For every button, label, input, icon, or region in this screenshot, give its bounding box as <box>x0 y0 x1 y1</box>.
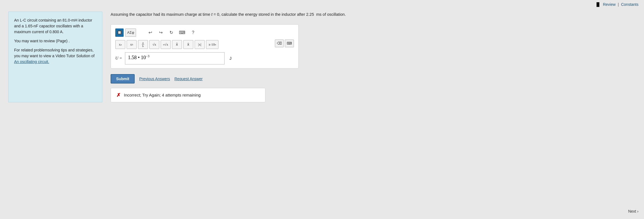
nrt-btn[interactable]: n√x <box>161 40 171 49</box>
aso-label: ΑΣφ <box>127 30 134 35</box>
xa-btn[interactable]: xa <box>115 40 125 49</box>
toolbar-top-right: ↩ ↪ ↻ ⌨ ? <box>146 28 197 37</box>
delete-btn[interactable]: ⌫ <box>275 40 284 47</box>
left-panel: An L-C circuit containing an 81.0-mH ind… <box>8 12 102 102</box>
u-label: U = <box>115 56 122 61</box>
math-editor-box: 🔲 ΑΣφ ↩ ↪ ↻ ⌨ ? xa xb a <box>111 24 299 69</box>
answer-display: 1.58 • 10−3 <box>128 55 150 60</box>
answer-row: U = 1.58 • 10−3 J <box>115 52 294 64</box>
keyboard-bottom-btn[interactable]: ⌨ <box>285 40 294 47</box>
answer-input[interactable]: 1.58 • 10−3 <box>125 52 225 64</box>
error-message: Incorrect; Try Again; 4 attempts remaini… <box>124 93 201 97</box>
review-hint: You may want to review (Page) . <box>14 38 97 44</box>
matrix-btn[interactable]: 🔲 <box>115 28 124 37</box>
constants-link[interactable]: Constants <box>621 2 638 7</box>
circuit-description: An L-C circuit containing an 81.0-mH ind… <box>14 17 97 35</box>
error-box: ✗ Incorrect; Try Again; 4 attempts remai… <box>111 88 265 102</box>
sci-btn[interactable]: x·10n <box>206 40 218 49</box>
video-tutor-hint: For related problemsolving tips and stra… <box>14 47 97 65</box>
fraction-icon: a b <box>142 41 144 48</box>
sqrt-btn[interactable]: √x <box>149 40 159 49</box>
review-icon: ▐▌ <box>595 2 601 7</box>
delete-row: ⌫ ⌨ <box>275 40 294 47</box>
divider: | <box>618 2 619 7</box>
keyboard-top-btn[interactable]: ⌨ <box>178 28 187 37</box>
xb-btn[interactable]: xb <box>127 40 137 49</box>
next-button[interactable]: Next › <box>628 209 638 213</box>
help-btn[interactable]: ? <box>189 28 197 37</box>
toolbar-top: 🔲 ΑΣφ ↩ ↪ ↻ ⌨ ? <box>115 28 294 37</box>
reset-btn[interactable]: ↻ <box>167 28 175 37</box>
undo-btn[interactable]: ↩ <box>146 28 154 37</box>
main-layout: An L-C circuit containing an 81.0-mH ind… <box>0 9 644 105</box>
top-bar: ▐▌ Review | Constants <box>0 0 644 9</box>
request-answer-button[interactable]: Request Answer <box>174 77 203 81</box>
toolbar-row2: xa xb a b √x n√x x̄ x̂ |x| x·10n ⌫ ⌨ <box>115 40 294 49</box>
frac-btn[interactable]: a b <box>138 40 148 49</box>
previous-answers-button[interactable]: Previous Answers <box>139 77 170 81</box>
unit-label: J <box>230 56 232 61</box>
submit-button[interactable]: Submit <box>111 74 135 84</box>
error-icon: ✗ <box>116 92 121 98</box>
right-panel: Assuming the capacitor had its maximum c… <box>111 12 636 102</box>
oscillating-circuit-link[interactable]: An oscillating circuit. <box>14 59 49 64</box>
xhat-btn[interactable]: x̂ <box>183 40 193 49</box>
question-text: Assuming the capacitor had its maximum c… <box>111 12 636 18</box>
matrix-icon: 🔲 <box>117 30 122 35</box>
xbar-btn[interactable]: x̄ <box>172 40 182 49</box>
aso-btn[interactable]: ΑΣφ <box>125 28 136 37</box>
bottom-actions: Submit Previous Answers Request Answer <box>111 74 636 84</box>
redo-btn[interactable]: ↪ <box>157 28 165 37</box>
review-link[interactable]: Review <box>603 2 616 7</box>
abs-btn[interactable]: |x| <box>195 40 205 49</box>
